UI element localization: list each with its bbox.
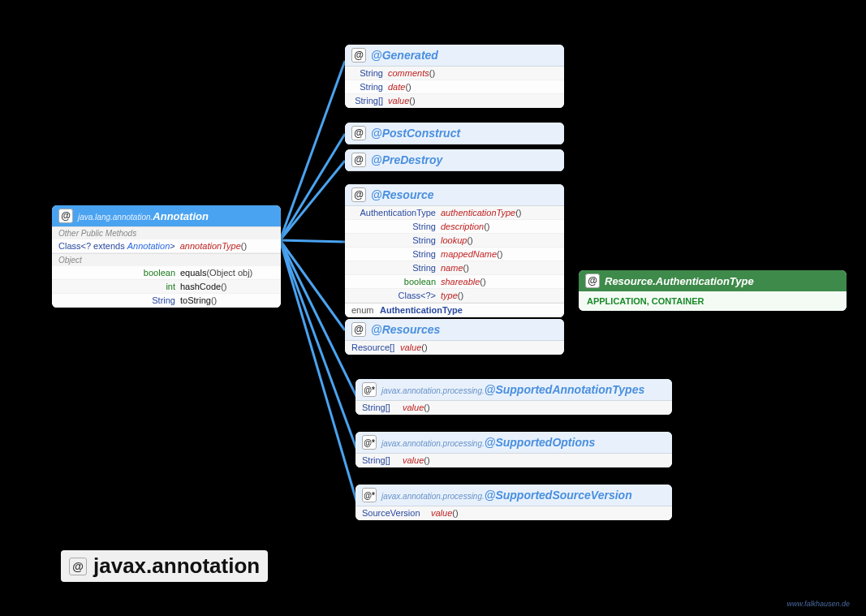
row-equals: boolean equals(Object obj) bbox=[52, 266, 281, 280]
so-name: @SupportedOptions bbox=[485, 436, 596, 449]
so-pkg: javax.annotation.processing. bbox=[381, 439, 485, 448]
predestroy-name: @PreDestroy bbox=[371, 153, 442, 166]
predestroy-header: @ @PreDestroy bbox=[345, 149, 564, 171]
row-sat-value: String[]value () bbox=[355, 401, 672, 415]
at-star-icon: @* bbox=[362, 488, 377, 502]
svg-line-0 bbox=[280, 61, 345, 240]
annotation-generated-box[interactable]: @ @Generated Stringcomments () Stringdat… bbox=[345, 45, 564, 108]
svg-line-2 bbox=[280, 161, 345, 240]
at-star-icon: @* bbox=[362, 435, 377, 450]
ssv-name: @SupportedSourceVersion bbox=[485, 489, 632, 502]
row-resource-description: Stringdescription () bbox=[345, 220, 564, 234]
interface-annotation-box[interactable]: @ java.lang.annotation.Annotation Other … bbox=[52, 205, 281, 308]
annotation-resources-box[interactable]: @ @Resources Resource[]value () bbox=[345, 319, 564, 355]
annotation-resource-box[interactable]: @ @Resource AuthenticationTypeauthentica… bbox=[345, 184, 564, 317]
at-icon: @ bbox=[351, 322, 366, 337]
row-resource-name: Stringname () bbox=[345, 261, 564, 275]
at-icon: @ bbox=[351, 126, 366, 140]
row-tostring: String toString () bbox=[52, 294, 281, 308]
generated-name: @Generated bbox=[371, 49, 438, 62]
row-resource-mappedname: StringmappedName () bbox=[345, 248, 564, 261]
annotation-so-box[interactable]: @* javax.annotation.processing.@Supporte… bbox=[355, 432, 672, 467]
enum-values: APPLICATION, CONTAINER bbox=[579, 291, 847, 311]
generated-header: @ @Generated bbox=[345, 45, 564, 67]
svg-line-3 bbox=[280, 240, 345, 242]
at-icon: @ bbox=[351, 187, 366, 202]
annotation-sat-box[interactable]: @* javax.annotation.processing.@Supporte… bbox=[355, 379, 672, 415]
row-resources-value: Resource[]value () bbox=[345, 341, 564, 355]
resources-name: @Resources bbox=[371, 323, 440, 336]
resource-name: @Resource bbox=[371, 188, 433, 201]
ssv-pkg: javax.annotation.processing. bbox=[381, 492, 485, 501]
resources-header: @ @Resources bbox=[345, 319, 564, 341]
resource-header: @ @Resource bbox=[345, 184, 564, 206]
annotation-postconstruct-box[interactable]: @ @PostConstruct bbox=[345, 123, 564, 144]
section-other: Other Public Methods bbox=[52, 226, 281, 239]
interface-header: @ java.lang.annotation.Annotation bbox=[52, 205, 281, 226]
package-title: @ javax.annotation bbox=[61, 550, 268, 582]
annotation-ssv-box[interactable]: @* javax.annotation.processing.@Supporte… bbox=[355, 485, 672, 520]
interface-name: Annotation bbox=[153, 210, 209, 222]
svg-line-1 bbox=[280, 134, 345, 240]
at-icon: @ bbox=[58, 209, 73, 223]
annotation-predestroy-box[interactable]: @ @PreDestroy bbox=[345, 149, 564, 171]
sat-name: @SupportedAnnotationTypes bbox=[485, 383, 644, 396]
postconstruct-name: @PostConstruct bbox=[371, 127, 460, 140]
row-resource-shareable: booleanshareable () bbox=[345, 275, 564, 289]
at-icon: @ bbox=[351, 48, 366, 62]
at-icon: @ bbox=[69, 558, 87, 575]
row-generated-value: String[]value () bbox=[345, 94, 564, 108]
enum-authtype-box[interactable]: @ Resource.AuthenticationType APPLICATIO… bbox=[579, 270, 847, 311]
sat-pkg: javax.annotation.processing. bbox=[381, 386, 485, 395]
enum-name: Resource.AuthenticationType bbox=[605, 275, 754, 287]
interface-pkg: java.lang.annotation. bbox=[78, 213, 153, 222]
package-title-text: javax.annotation bbox=[93, 554, 260, 579]
at-star-icon: @* bbox=[362, 382, 377, 397]
section-object: Object bbox=[52, 253, 281, 266]
row-hashcode: int hashCode () bbox=[52, 280, 281, 294]
row-generated-date: Stringdate () bbox=[345, 80, 564, 94]
svg-line-4 bbox=[280, 240, 345, 330]
footer-link[interactable]: www.falkhausen.de bbox=[786, 600, 850, 608]
row-annotationtype: Class<? extends Annotation> annotationTy… bbox=[52, 239, 281, 253]
ssv-header: @* javax.annotation.processing.@Supporte… bbox=[355, 485, 672, 506]
row-so-value: String[]value () bbox=[355, 454, 672, 467]
row-resource-enum: enumAuthenticationType bbox=[345, 303, 564, 317]
enum-header: @ Resource.AuthenticationType bbox=[579, 270, 847, 291]
row-resource-lookup: Stringlookup () bbox=[345, 234, 564, 248]
postconstruct-header: @ @PostConstruct bbox=[345, 123, 564, 144]
row-generated-comments: Stringcomments () bbox=[345, 67, 564, 80]
at-icon: @ bbox=[585, 274, 600, 288]
sat-header: @* javax.annotation.processing.@Supporte… bbox=[355, 379, 672, 401]
so-header: @* javax.annotation.processing.@Supporte… bbox=[355, 432, 672, 454]
row-ssv-value: SourceVersionvalue () bbox=[355, 506, 672, 520]
at-icon: @ bbox=[351, 153, 366, 167]
row-resource-type: Class<?>type () bbox=[345, 289, 564, 303]
row-resource-authtype: AuthenticationTypeauthenticationType () bbox=[345, 206, 564, 220]
